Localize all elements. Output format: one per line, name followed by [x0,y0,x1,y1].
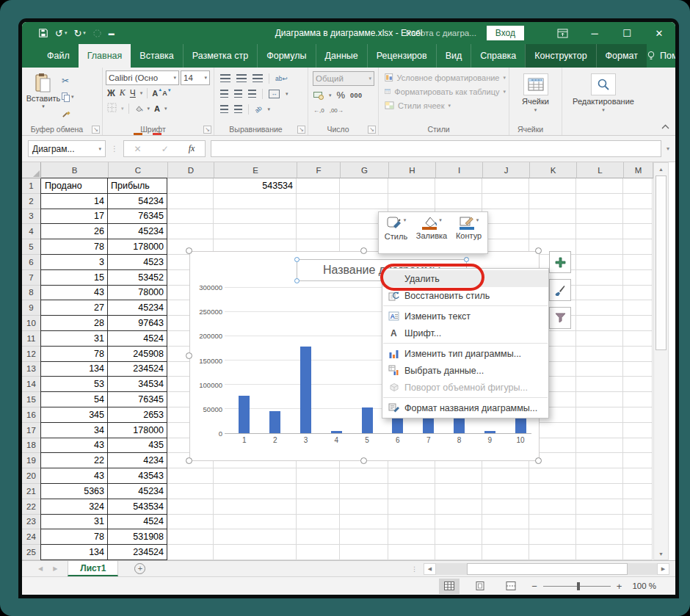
cell-J20[interactable] [482,468,529,484]
cell-M10[interactable] [623,316,653,331]
mini-outline-button[interactable]: ▾ Контур [456,216,482,251]
borders-button[interactable] [107,103,117,115]
row-header-17[interactable]: 17 [22,423,41,438]
customize-qat-icon[interactable]: ▬ [109,30,115,37]
cell-B20[interactable]: 43 [40,468,108,484]
column-header-H[interactable]: H [389,162,436,178]
cell-E24[interactable] [214,529,297,545]
column-header-B[interactable]: B [41,162,109,178]
cell-D1[interactable] [167,178,214,194]
new-sheet-icon[interactable]: + [134,563,145,574]
cell-I24[interactable] [435,529,482,545]
cell-D24[interactable] [167,529,214,545]
cell-B23[interactable]: 31 [40,515,108,530]
cell-D3[interactable] [167,209,214,225]
cell-C24[interactable]: 531908 [108,529,167,545]
cell-M14[interactable] [623,377,653,392]
cell-K1[interactable] [529,178,576,194]
cell-M15[interactable] [623,392,653,407]
cell-B12[interactable]: 78 [40,347,108,362]
cell-D23[interactable] [167,515,214,530]
cell-L17[interactable] [576,423,623,438]
row-header-15[interactable]: 15 [22,392,41,407]
number-dialog-launcher[interactable]: ↘ [368,126,376,134]
cell-C3[interactable]: 76345 [108,209,167,225]
number-format-combo[interactable]: Общий▾ [313,71,374,86]
font-color-button[interactable]: А [154,105,160,112]
cell-C25[interactable]: 234524 [108,545,167,560]
cell-E23[interactable] [214,515,297,530]
cell-B5[interactable]: 78 [40,239,108,255]
row-header-3[interactable]: 3 [22,209,41,225]
cell-B2[interactable]: 14 [40,194,108,209]
cell-C16[interactable]: 2653 [108,407,167,423]
cell-F25[interactable] [297,545,340,560]
cell-F23[interactable] [297,515,340,530]
cell-L5[interactable] [576,239,623,255]
cell-J24[interactable] [482,529,529,545]
copy-button[interactable]: ▾ [62,90,74,104]
merge-center-button[interactable]: ↔ [269,90,280,98]
cell-B8[interactable]: 43 [40,286,108,301]
cell-D4[interactable] [167,224,214,239]
tab-review[interactable]: Рецензиров [367,44,436,68]
cell-B13[interactable]: 134 [40,362,108,377]
bar-series1-4[interactable] [331,431,342,433]
cell-B3[interactable]: 17 [40,209,108,225]
cell-C23[interactable]: 4524 [108,515,167,530]
cell-L22[interactable] [576,499,623,515]
cell-B17[interactable]: 34 [40,423,108,438]
cell-M11[interactable] [623,331,653,347]
cell-L11[interactable] [576,331,623,347]
orientation-button[interactable]: ab [253,104,264,115]
cell-L10[interactable] [576,316,623,331]
cell-B18[interactable]: 43 [40,438,108,454]
cell-D25[interactable] [167,545,214,560]
cell-G23[interactable] [340,515,388,530]
paste-button[interactable]: Вставить ▾ [25,70,62,123]
ribbon-display-options-icon[interactable] [546,22,578,44]
column-header-M[interactable]: M [624,162,653,178]
context-menu-item[interactable]: Изменить тип диаграммы... [382,345,548,362]
row-header-1[interactable]: 1 [22,178,41,194]
row-header-6[interactable]: 6 [22,255,41,270]
cell-M23[interactable] [623,515,653,530]
cell-B11[interactable]: 31 [40,331,108,347]
wrap-text-button[interactable]: ab↩ [275,75,288,82]
bold-button[interactable]: Ж [107,88,115,98]
page-layout-view-button[interactable] [470,579,490,594]
cell-C19[interactable]: 4234 [108,453,167,468]
cell-M4[interactable] [623,224,653,239]
cell-L1[interactable] [576,178,623,194]
cell-styles-button[interactable]: Стили ячеек▾ [382,98,506,112]
cell-D20[interactable] [167,468,214,484]
column-header-C[interactable]: C [109,162,168,178]
cell-K20[interactable] [529,468,576,484]
cell-L20[interactable] [576,468,623,484]
row-header-5[interactable]: 5 [22,239,41,255]
sheet-tab[interactable]: Лист1 [68,561,118,576]
cell-G25[interactable] [340,545,388,560]
zoom-slider[interactable] [543,586,611,587]
cell-B19[interactable]: 22 [40,453,108,468]
cell-C5[interactable]: 178000 [108,239,167,255]
cell-G2[interactable] [340,194,388,209]
cell-F2[interactable] [297,194,340,209]
column-header-J[interactable]: J [483,162,530,178]
cell-C13[interactable]: 234524 [108,362,167,377]
cell-M5[interactable] [623,239,653,255]
cell-C15[interactable]: 76345 [108,392,167,407]
cell-J4[interactable] [482,224,529,239]
bar-series1-1[interactable] [239,396,250,433]
cell-M6[interactable] [623,255,653,270]
context-menu-item[interactable]: AИзменить текст [382,308,548,325]
cell-K21[interactable] [529,484,576,499]
cell-D21[interactable] [167,484,214,499]
tab-chart-design[interactable]: Конструктор [525,44,595,68]
cell-C17[interactable]: 178000 [108,423,167,438]
cell-H21[interactable] [388,484,435,499]
cell-E25[interactable] [214,545,297,560]
name-box[interactable]: Диаграм...▾ [28,140,106,157]
chart-filters-button[interactable] [549,307,571,329]
cell-G20[interactable] [340,468,388,484]
